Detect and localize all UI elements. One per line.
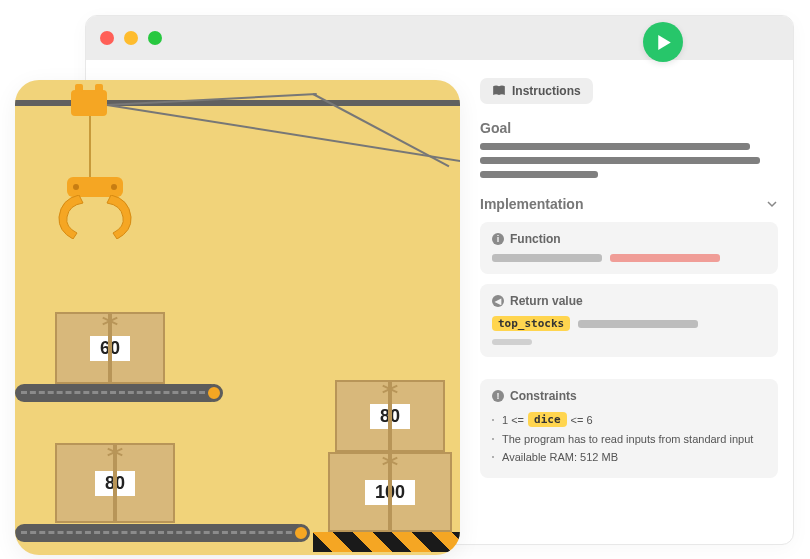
card-title: ◀ Return value bbox=[492, 294, 766, 308]
placeholder-bar bbox=[492, 254, 602, 262]
crane-claw bbox=[55, 177, 135, 197]
crane-cable bbox=[89, 116, 91, 177]
crate: 80 bbox=[335, 380, 445, 452]
placeholder-bar bbox=[492, 339, 532, 345]
return-chip: top_stocks bbox=[492, 316, 570, 331]
chevron-down-icon bbox=[766, 198, 778, 210]
window-titlebar bbox=[86, 16, 793, 60]
function-card: i Function bbox=[480, 222, 778, 274]
maximize-icon[interactable] bbox=[148, 31, 162, 45]
crane-trolley bbox=[71, 90, 107, 116]
hazard-platform bbox=[313, 532, 460, 552]
constraint-item: Available RAM: 512 MB bbox=[492, 448, 766, 466]
instructions-panel: Instructions Goal Implementation i Funct… bbox=[480, 78, 778, 478]
goal-heading: Goal bbox=[480, 120, 778, 136]
belt-pulley bbox=[205, 384, 223, 402]
crate: 100 bbox=[328, 452, 452, 532]
conveyor-belt bbox=[15, 384, 220, 402]
placeholder-bar bbox=[610, 254, 720, 262]
return-value-card: ◀ Return value top_stocks bbox=[480, 284, 778, 357]
tab-instructions[interactable]: Instructions bbox=[480, 78, 593, 104]
constraints-list: 1 <= dice <= 6 The program has to read i… bbox=[492, 409, 766, 466]
crate: 60 bbox=[55, 312, 165, 384]
support-cable bbox=[107, 104, 460, 162]
card-title: i Function bbox=[492, 232, 766, 246]
run-button[interactable] bbox=[643, 22, 683, 62]
placeholder-bar bbox=[578, 320, 698, 328]
tab-label: Instructions bbox=[512, 84, 581, 98]
crate: 80 bbox=[55, 443, 175, 523]
card-title: ! Constraints bbox=[492, 389, 766, 403]
info-icon: ! bbox=[492, 390, 504, 402]
book-icon bbox=[492, 85, 506, 97]
window-controls bbox=[100, 31, 162, 45]
conveyor-belt bbox=[15, 524, 307, 542]
implementation-header[interactable]: Implementation bbox=[480, 196, 778, 212]
placeholder-line bbox=[480, 171, 598, 178]
minimize-icon[interactable] bbox=[124, 31, 138, 45]
belt-pulley bbox=[292, 524, 310, 542]
placeholder-line bbox=[480, 157, 760, 164]
close-icon[interactable] bbox=[100, 31, 114, 45]
play-icon bbox=[657, 35, 672, 50]
constraints-card: ! Constraints 1 <= dice <= 6 The program… bbox=[480, 379, 778, 478]
constraint-item: 1 <= dice <= 6 bbox=[492, 409, 766, 430]
game-illustration: 60 80 80 100 bbox=[15, 80, 460, 555]
implementation-heading: Implementation bbox=[480, 196, 583, 212]
placeholder-line bbox=[480, 143, 750, 150]
info-icon: i bbox=[492, 233, 504, 245]
constraint-chip: dice bbox=[528, 412, 567, 427]
arrow-left-icon: ◀ bbox=[492, 295, 504, 307]
constraint-item: The program has to read inputs from stan… bbox=[492, 430, 766, 448]
